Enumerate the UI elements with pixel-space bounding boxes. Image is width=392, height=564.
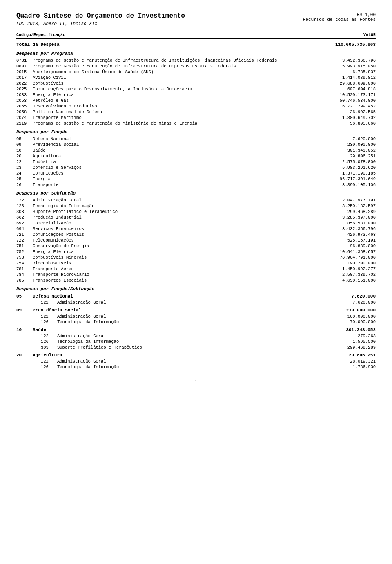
- row-code: 2033: [16, 92, 33, 97]
- row-value: 2.507.339.702: [323, 272, 376, 277]
- list-item: 721Comunicações Postais426.973.463: [16, 232, 376, 237]
- row-code: 751: [16, 244, 33, 248]
- row-value: 230.000.000: [323, 142, 376, 147]
- row-label: Comunicações: [33, 171, 323, 176]
- row-value: 76.964.791.000: [323, 255, 376, 260]
- row-label: Transportes Especiais: [33, 278, 323, 283]
- row-value: 279.263: [323, 333, 376, 338]
- section-despesas-programa: Despesas por Programa: [16, 51, 376, 56]
- func-group-header: 09Previdência Social230.000.000: [16, 307, 376, 313]
- row-code: 784: [16, 272, 33, 277]
- list-item: 122Administração Geral28.019.321: [16, 358, 376, 364]
- row-label: Tecnologia da Informação: [33, 204, 323, 208]
- page-title: Quadro Síntese do Orçamento de Investime…: [16, 12, 185, 20]
- row-code: 2022: [16, 81, 33, 86]
- row-code: 122: [41, 333, 57, 338]
- list-item: 126Tecnologia da Informação3.250.182.597: [16, 203, 376, 209]
- row-label: Comércio e Serviços: [33, 165, 323, 170]
- list-item: 23Comércio e Serviços5.983.291.620: [16, 165, 376, 170]
- list-item: 692Comercialização856.531.000: [16, 220, 376, 226]
- list-item: 05Defesa Nacional7.620.000: [16, 136, 376, 142]
- row-value: 70.000.000: [323, 320, 376, 325]
- row-code: 122: [16, 198, 33, 203]
- row-code: 126: [41, 320, 57, 325]
- row-value: 5.993.915.050: [323, 64, 376, 69]
- list-item: 2015Aperfeiçoamento do Sistema Único de …: [16, 69, 376, 75]
- row-code: 26: [16, 182, 33, 187]
- row-code: 303: [41, 345, 57, 350]
- col-header-right: VALOR: [363, 33, 376, 37]
- list-item: 754Biocombustíveis190.200.000: [16, 260, 376, 266]
- list-item: 126Tecnologia da Informação1.786.930: [16, 364, 376, 370]
- row-label: Suporte Profilático e Terapêutico: [57, 345, 323, 350]
- row-value: 56.805.660: [323, 121, 376, 126]
- page-number: 1: [16, 380, 376, 385]
- section-despesas-subfuncao: Despesas por Subfunção: [16, 191, 376, 196]
- list-item: 785Transportes Especiais4.630.151.000: [16, 278, 376, 283]
- list-item: 122Administração Geral160.000.000: [16, 313, 376, 319]
- list-item: 122Administração Geral2.047.977.791: [16, 197, 376, 203]
- row-value: 7.620.000: [323, 137, 376, 141]
- row-code: 662: [16, 215, 33, 220]
- func-group-label: Defesa Nacional: [33, 294, 323, 299]
- row-value: 856.531.000: [323, 221, 376, 226]
- row-code: 05: [16, 137, 33, 141]
- row-code: 10: [16, 148, 33, 153]
- row-value: 1.414.089.812: [323, 75, 376, 80]
- row-label: Programa de Gestão e Manutenção de Infra…: [33, 58, 323, 63]
- row-code: 2058: [16, 110, 33, 114]
- row-label: Comunicações para o Desenvolvimento, a I…: [33, 87, 323, 92]
- row-value: 3.285.397.000: [323, 215, 376, 220]
- funcao-rows-container: 05Defesa Nacional7.620.00009Previdência …: [16, 136, 376, 188]
- row-label: Transporte Aéreo: [33, 266, 323, 271]
- list-item: 752Energia Elétrica10.641.368.657: [16, 249, 376, 255]
- list-item: 751Conservação de Energia96.839.000: [16, 243, 376, 249]
- row-label: Defesa Nacional: [33, 137, 323, 141]
- row-value: 28.019.321: [323, 359, 376, 364]
- currency-label: R$ 1,00: [303, 12, 376, 17]
- func-group-value: 301.343.052: [323, 327, 376, 332]
- list-item: 694Serviços Financeiros3.432.366.796: [16, 226, 376, 232]
- list-item: 25Energia96.717.301.649: [16, 176, 376, 182]
- row-code: 2053: [16, 98, 33, 103]
- row-label: Administração Geral: [57, 300, 323, 305]
- list-item: 303Suporte Profilático e Terapêutico299.…: [16, 345, 376, 350]
- func-group-header: 05Defesa Nacional7.620.000: [16, 293, 376, 300]
- func-group-code: 10: [16, 327, 33, 332]
- row-label: Energia: [33, 177, 323, 181]
- list-item: 722Telecomunicações525.157.191: [16, 237, 376, 243]
- row-value: 4.630.151.000: [323, 278, 376, 283]
- list-item: 122Administração Geral279.263: [16, 333, 376, 339]
- func-group-value: 29.806.251: [323, 353, 376, 358]
- row-code: 23: [16, 165, 33, 170]
- row-label: Tecnologia da Informação: [57, 339, 323, 344]
- row-value: 3.390.105.106: [323, 182, 376, 187]
- row-code: 122: [41, 359, 57, 364]
- func-group-label: Agricultura: [33, 353, 323, 358]
- row-label: Suporte Profilático e Terapêutico: [33, 209, 323, 214]
- col-header-left: Código/Especificação: [16, 33, 65, 37]
- func-group-code: 09: [16, 308, 33, 313]
- list-item: 2017Aviação Civil1.414.089.812: [16, 75, 376, 81]
- total-value: 110.605.735.863: [323, 42, 376, 47]
- row-label: Administração Geral: [57, 314, 323, 319]
- list-item: 781Transporte Aéreo1.450.992.377: [16, 266, 376, 272]
- list-item: 24Comunicações1.371.190.185: [16, 170, 376, 176]
- func-group-value: 230.000.000: [323, 308, 376, 313]
- list-item: 0781Programa de Gestão e Manutenção de I…: [16, 58, 376, 63]
- list-item: 2022Combustíveis29.688.609.000: [16, 81, 376, 86]
- list-item: 20Agricultura29.806.251: [16, 153, 376, 159]
- row-label: Serviços Financeiros: [33, 226, 323, 231]
- row-value: 50.746.534.000: [323, 98, 376, 103]
- list-item: 753Combustíveis Minerais76.964.791.000: [16, 255, 376, 260]
- row-code: 22: [16, 159, 33, 164]
- list-item: 2025Comunicações para o Desenvolvimento,…: [16, 86, 376, 92]
- row-label: Administração Geral: [57, 333, 323, 338]
- row-value: 1.786.930: [323, 365, 376, 369]
- row-label: Comercialização: [33, 221, 323, 226]
- row-value: 6.721.299.452: [323, 104, 376, 109]
- row-label: Produção Industrial: [33, 215, 323, 220]
- func-group-code: 05: [16, 294, 33, 299]
- source-label: Recursos de todas as Fontes: [303, 17, 376, 22]
- row-label: Programa de Gestão e Manutenção do Minis…: [33, 121, 323, 126]
